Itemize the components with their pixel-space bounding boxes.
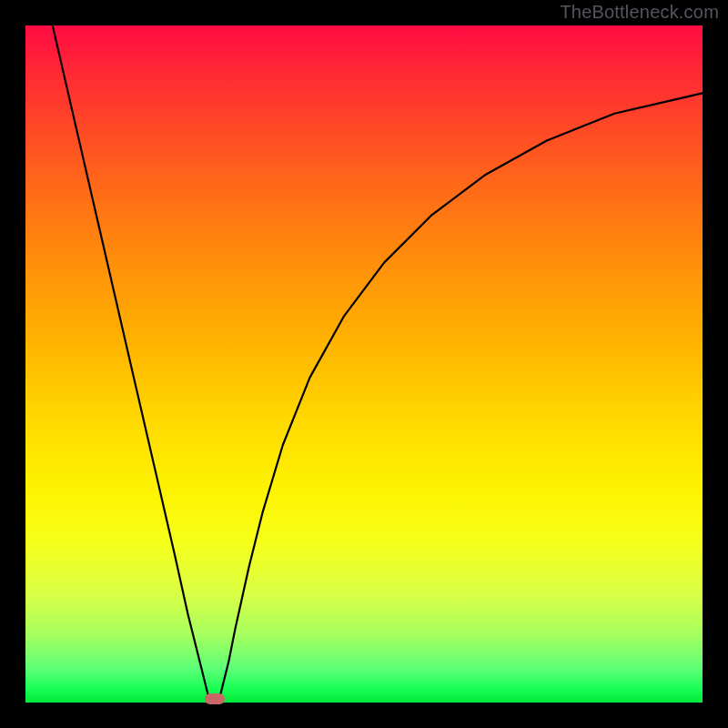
chart-frame: TheBottleneck.com [0, 0, 728, 728]
plot-area [25, 25, 703, 703]
bottleneck-curve [25, 25, 703, 703]
watermark-text: TheBottleneck.com [560, 2, 719, 23]
curve-minimum-marker [205, 693, 225, 704]
